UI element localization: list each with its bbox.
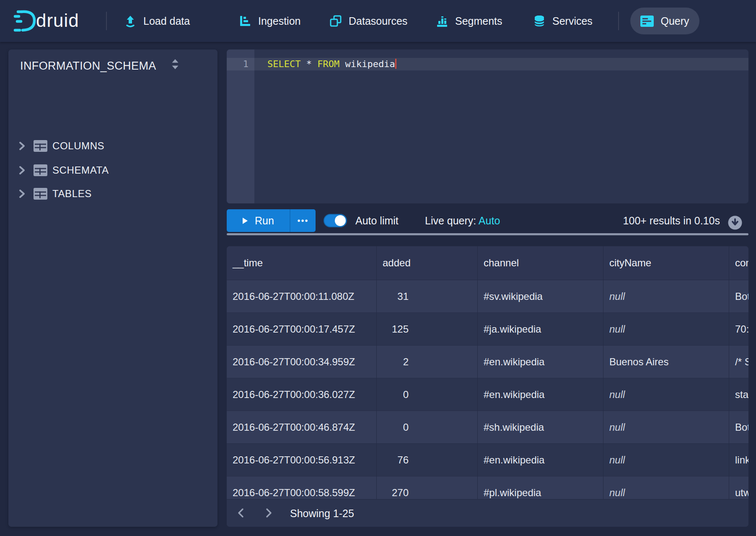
- nav-item-query[interactable]: Query: [630, 8, 699, 34]
- cell-cityName[interactable]: null: [603, 444, 729, 476]
- cell-time[interactable]: 2016-06-27T00:00:11.080Z: [227, 280, 377, 313]
- column-header-comment[interactable]: comment: [729, 246, 748, 280]
- cell-added[interactable]: 0: [377, 378, 478, 411]
- auto-limit-label: Auto limit: [355, 209, 399, 232]
- cell-added[interactable]: 2: [377, 346, 478, 378]
- column-header-time[interactable]: __time: [227, 246, 377, 280]
- column-header-added[interactable]: added: [377, 246, 478, 280]
- prev-page-button[interactable]: [234, 506, 249, 520]
- cell-channel[interactable]: #sh.wikipedia: [478, 411, 603, 444]
- nav-item-load-data[interactable]: Load data: [124, 0, 190, 42]
- cell-channel[interactable]: #ja.wikipedia: [478, 313, 603, 346]
- schema-panel-header: INFORMATION_SCHEMA: [8, 49, 217, 76]
- load-data-icon: [124, 15, 137, 27]
- cell-comment[interactable]: link: [729, 444, 748, 476]
- cell-added[interactable]: 76: [377, 444, 478, 476]
- tree-item-label: COLUMNS: [52, 140, 104, 152]
- cell-added[interactable]: 31: [377, 280, 478, 313]
- results-footer: Showing 1-25: [227, 499, 748, 527]
- showing-label: Showing 1-25: [290, 500, 354, 527]
- sql-text: wikipedia: [339, 59, 395, 69]
- cell-time[interactable]: 2016-06-27T00:00:36.027Z: [227, 378, 377, 411]
- table-row: 2016-06-27T00:00:34.959Z2#en.wikipediaBu…: [227, 346, 748, 378]
- sort-button[interactable]: [168, 56, 182, 72]
- play-icon: [242, 217, 248, 224]
- download-button[interactable]: [728, 216, 742, 230]
- cell-cityName[interactable]: null: [603, 313, 729, 346]
- double-caret-icon: [170, 57, 181, 71]
- tree-item-label: TABLES: [52, 188, 92, 200]
- cell-comment[interactable]: sta: [729, 378, 748, 411]
- next-page-button[interactable]: [261, 506, 275, 520]
- sql-text: *: [300, 59, 317, 69]
- run-button-group: Run •••: [227, 209, 316, 232]
- tree-item-columns[interactable]: COLUMNS: [8, 135, 217, 157]
- query-icon: [640, 16, 654, 27]
- live-query-value[interactable]: Auto: [479, 215, 500, 226]
- nav-divider: [106, 12, 107, 30]
- cell-comment[interactable]: /* S: [729, 346, 748, 378]
- column-header-channel[interactable]: channel: [478, 246, 603, 280]
- sql-editor[interactable]: 1 SELECT * FROM wikipedia: [227, 49, 748, 203]
- nav-item-segments[interactable]: Segments: [436, 0, 502, 42]
- nav-item-label: Segments: [455, 15, 502, 27]
- cell-comment[interactable]: 70:: [729, 313, 748, 346]
- nav-item-ingestion[interactable]: Ingestion: [239, 0, 300, 42]
- live-query-label: Live query:: [425, 215, 479, 226]
- cell-cityName[interactable]: null: [603, 411, 729, 444]
- nav-item-label: Ingestion: [258, 15, 300, 27]
- cell-time[interactable]: 2016-06-27T00:00:56.913Z: [227, 444, 377, 476]
- sql-code-line[interactable]: SELECT * FROM wikipedia: [267, 58, 396, 70]
- cell-added[interactable]: 0: [377, 411, 478, 444]
- cell-comment[interactable]: utw: [729, 476, 748, 499]
- chevron-left-icon: [236, 507, 247, 519]
- chevron-right-icon[interactable]: [18, 165, 26, 175]
- cell-time[interactable]: 2016-06-27T00:00:58.599Z: [227, 476, 377, 499]
- nav-divider: [618, 12, 619, 30]
- tree-item-schemata[interactable]: SCHEMATA: [8, 159, 217, 182]
- cell-cityName[interactable]: Buenos Aires: [603, 346, 729, 378]
- cell-cityName[interactable]: null: [603, 280, 729, 313]
- cell-time[interactable]: 2016-06-27T00:00:34.959Z: [227, 346, 377, 378]
- table-row: 2016-06-27T00:00:46.874Z0#sh.wikipedianu…: [227, 411, 748, 444]
- cell-added[interactable]: 270: [377, 476, 478, 499]
- cell-channel[interactable]: #en.wikipedia: [478, 346, 603, 378]
- cell-cityName[interactable]: null: [603, 378, 729, 411]
- table-row: 2016-06-27T00:00:58.599Z270#pl.wikipedia…: [227, 476, 748, 499]
- cell-added[interactable]: 125: [377, 313, 478, 346]
- navbar: druid Load data Ingestion Datasourc: [0, 0, 756, 42]
- cell-time[interactable]: 2016-06-27T00:00:17.457Z: [227, 313, 377, 346]
- cell-comment[interactable]: Bot: [729, 411, 748, 444]
- line-number-gutter: [227, 49, 254, 203]
- panel-splitter-handle[interactable]: [227, 233, 748, 235]
- sql-keyword: FROM: [317, 59, 339, 69]
- nav-item-label: Services: [552, 15, 593, 27]
- text-cursor: [395, 59, 396, 69]
- cell-time[interactable]: 2016-06-27T00:00:46.874Z: [227, 411, 377, 444]
- table-row: 2016-06-27T00:00:17.457Z125#ja.wikipedia…: [227, 313, 748, 346]
- cell-channel[interactable]: #en.wikipedia: [478, 378, 603, 411]
- chevron-right-icon[interactable]: [18, 189, 26, 199]
- tree-item-label: SCHEMATA: [52, 164, 109, 176]
- cell-comment[interactable]: Bot: [729, 280, 748, 313]
- column-header-cityname[interactable]: cityName: [603, 246, 729, 280]
- nav-item-datasources[interactable]: Datasources: [329, 0, 407, 42]
- cell-channel[interactable]: #pl.wikipedia: [478, 476, 603, 499]
- datasources-icon: [329, 15, 342, 27]
- chevron-right-icon[interactable]: [18, 141, 26, 151]
- run-button[interactable]: Run: [227, 209, 290, 232]
- auto-limit-toggle[interactable]: [324, 214, 347, 227]
- cell-channel[interactable]: #en.wikipedia: [478, 444, 603, 476]
- schema-title: INFORMATION_SCHEMA: [20, 60, 156, 73]
- nav-item-services[interactable]: Services: [533, 0, 593, 42]
- brand-text: druid: [36, 10, 79, 31]
- run-more-button[interactable]: •••: [290, 209, 316, 232]
- results-table: __time added channel cityName comment 20…: [227, 246, 748, 527]
- tree-item-tables[interactable]: TABLES: [8, 182, 217, 205]
- toggle-knob: [335, 215, 346, 226]
- nav-item-label: Load data: [143, 15, 190, 27]
- ingestion-icon: [239, 15, 251, 27]
- cell-cityName[interactable]: null: [603, 476, 729, 499]
- cell-channel[interactable]: #sv.wikipedia: [478, 280, 603, 313]
- sql-keyword: SELECT: [267, 59, 300, 69]
